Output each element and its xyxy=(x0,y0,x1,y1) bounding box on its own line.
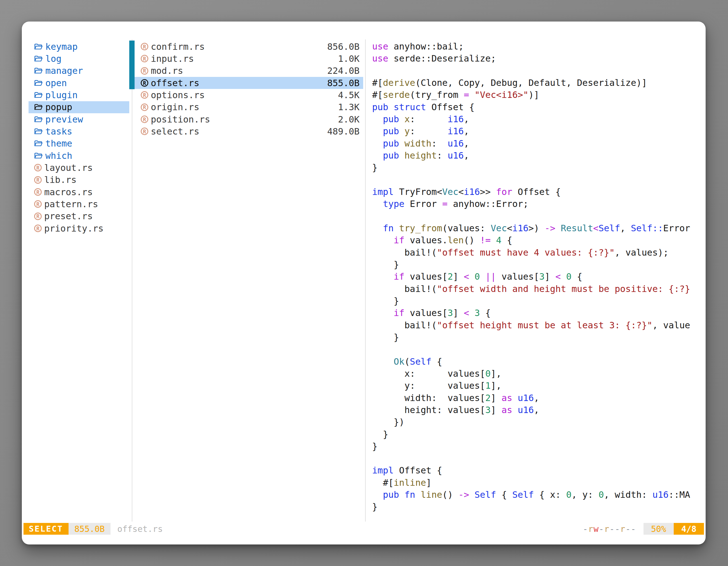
sidebar-item[interactable]: open xyxy=(29,77,129,89)
file-size: 2.0K xyxy=(338,114,360,125)
code-line: pub struct Offset { xyxy=(372,101,706,113)
folder-icon xyxy=(34,43,43,50)
sidebar-item-label: lib.rs xyxy=(44,175,77,185)
sidebar-item[interactable]: plugin xyxy=(29,89,129,101)
rust-file-icon xyxy=(141,67,148,75)
code-line: #[inline] xyxy=(372,477,706,489)
sidebar-item[interactable]: preview xyxy=(29,113,129,125)
code-line: }) xyxy=(372,416,706,428)
file-name: offset.rs xyxy=(151,78,199,88)
sidebar-item[interactable]: macros.rs xyxy=(29,186,129,198)
file-name: select.rs xyxy=(151,126,199,137)
folder-icon xyxy=(34,104,43,111)
code-line: } xyxy=(372,501,706,513)
sidebar-item[interactable]: tasks xyxy=(29,125,129,137)
file-row[interactable]: origin.rs 1.3K xyxy=(135,101,363,113)
folder-icon xyxy=(34,140,43,147)
sidebar-item-label: layout.rs xyxy=(44,163,93,173)
sidebar-item-label: keymap xyxy=(45,41,78,52)
code-line: x: values[0], xyxy=(372,368,706,380)
file-row[interactable]: confirm.rs 856.0B xyxy=(135,41,363,53)
file-size-badge: 855.0B xyxy=(69,523,111,535)
permissions-label: -rw-r--r-- xyxy=(583,523,636,535)
scroll-percent-badge: 50% xyxy=(644,523,674,535)
file-size: 4.5K xyxy=(338,90,360,100)
rust-file-icon xyxy=(34,225,42,232)
sidebar-item[interactable]: preset.rs xyxy=(29,210,129,222)
preview-pane[interactable]: use anyhow::bail;use serde::Deserialize;… xyxy=(372,41,706,523)
sidebar-item[interactable]: keymap xyxy=(29,41,129,53)
code-line: height: values[3] as u16, xyxy=(372,404,706,416)
status-bar-right: -rw-r--r-- 50% 4/8 xyxy=(583,523,704,535)
rust-file-icon xyxy=(141,79,148,87)
file-size: 1.0K xyxy=(338,53,360,64)
folder-icon xyxy=(34,152,43,159)
file-row[interactable]: options.rs 4.5K xyxy=(135,89,363,101)
file-name: position.rs xyxy=(151,114,210,125)
sidebar-item-label: theme xyxy=(45,138,72,149)
rust-file-icon xyxy=(34,213,42,220)
code-line: fn try_from(values: Vec<i16>) -> Result<… xyxy=(372,222,706,234)
code-line: width: values[2] as u16, xyxy=(372,392,706,404)
file-size: 856.0B xyxy=(327,41,360,52)
sidebar-item-label: open xyxy=(45,78,67,88)
code-line xyxy=(372,343,706,355)
file-name: mod.rs xyxy=(151,65,183,76)
pane-divider-right xyxy=(365,39,366,522)
rust-file-icon xyxy=(141,91,148,99)
code-line: #[serde(try_from = "Vec<i16>")] xyxy=(372,89,706,101)
code-line: } xyxy=(372,440,706,452)
parent-pane: keymap log manager xyxy=(29,41,129,234)
code-line: bail!("offset width and height must be p… xyxy=(372,283,706,295)
file-row[interactable]: select.rs 489.0B xyxy=(135,125,363,137)
sidebar-item-label: manager xyxy=(45,65,83,76)
sidebar-item[interactable]: lib.rs xyxy=(29,174,129,186)
sidebar-item[interactable]: popup xyxy=(29,101,129,113)
code-line xyxy=(372,452,706,464)
status-filename: offset.rs xyxy=(117,523,163,535)
code-line: } xyxy=(372,162,706,174)
code-line xyxy=(372,65,706,77)
folder-icon xyxy=(34,91,43,99)
code-line: #[derive(Clone, Copy, Debug, Default, De… xyxy=(372,77,706,89)
rust-file-icon xyxy=(141,55,148,62)
rust-file-icon xyxy=(141,116,148,123)
file-row[interactable]: position.rs 2.0K xyxy=(135,113,363,125)
code-line: y: values[1], xyxy=(372,380,706,392)
sidebar-item[interactable]: log xyxy=(29,53,129,65)
code-line: bail!("offset must have 4 values: {:?}",… xyxy=(372,247,706,259)
code-line: pub width: u16, xyxy=(372,138,706,150)
folder-icon xyxy=(34,116,43,123)
sidebar-item-label: priority.rs xyxy=(44,223,104,234)
sidebar-item[interactable]: manager xyxy=(29,65,129,77)
status-bar: SELECT 855.0B offset.rs -rw-r--r-- 50% 4… xyxy=(24,523,704,535)
file-row[interactable]: mod.rs 224.0B xyxy=(135,65,363,77)
code-line: } xyxy=(372,295,706,307)
file-manager-window: keymap log manager xyxy=(22,22,706,544)
sidebar-item-label: preview xyxy=(45,114,83,125)
code-line: if values.len() != 4 { xyxy=(372,234,706,247)
sidebar-item[interactable]: layout.rs xyxy=(29,162,129,174)
sidebar-item[interactable]: priority.rs xyxy=(29,222,129,234)
code-line: pub x: i16, xyxy=(372,113,706,125)
code-line: type Error = anyhow::Error; xyxy=(372,198,706,210)
sidebar-item-label: popup xyxy=(45,102,72,112)
cursor-position-badge: 4/8 xyxy=(674,523,704,535)
file-size: 224.0B xyxy=(327,65,360,76)
rust-file-icon xyxy=(34,188,42,196)
file-name: confirm.rs xyxy=(151,41,205,52)
file-row[interactable]: offset.rs 855.0B xyxy=(135,77,363,89)
rust-file-icon xyxy=(141,104,148,111)
sidebar-item[interactable]: which xyxy=(29,150,129,162)
code-line: } xyxy=(372,259,706,271)
sidebar-item[interactable]: theme xyxy=(29,138,129,150)
folder-icon xyxy=(34,79,43,87)
code-line: use serde::Deserialize; xyxy=(372,53,706,65)
file-row[interactable]: input.rs 1.0K xyxy=(135,53,363,65)
code-line xyxy=(372,210,706,222)
code-line: pub height: u16, xyxy=(372,150,706,162)
selection-marker-bar xyxy=(129,41,135,89)
sidebar-item-label: macros.rs xyxy=(44,187,93,198)
sidebar-item[interactable]: pattern.rs xyxy=(29,198,129,210)
rust-file-icon xyxy=(34,164,42,172)
